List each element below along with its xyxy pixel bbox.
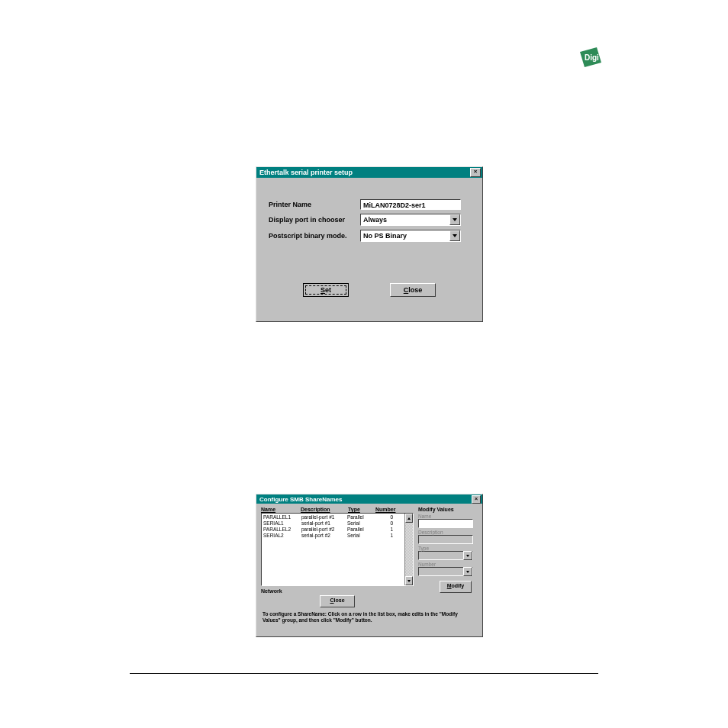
set-button[interactable]: Set <box>303 283 349 297</box>
close-icon[interactable]: × <box>472 495 481 504</box>
postscript-binary-label: Postscript binary mode. <box>269 232 360 240</box>
close-icon[interactable]: × <box>470 168 481 177</box>
scrollbar[interactable] <box>404 514 413 585</box>
svg-marker-2 <box>453 218 457 221</box>
modify-name-label: Name <box>418 514 478 519</box>
svg-marker-3 <box>453 234 457 237</box>
display-port-value: Always <box>363 216 387 224</box>
col-number: Number <box>375 507 397 512</box>
svg-marker-6 <box>466 555 469 557</box>
chevron-down-icon[interactable] <box>449 214 460 225</box>
list-header: Name Description Type Number <box>261 507 414 512</box>
list-item[interactable]: PARALLEL2 parallel-port #2 Parallel 1 <box>263 527 411 533</box>
col-type: Type <box>348 507 375 512</box>
scroll-track[interactable] <box>405 523 413 576</box>
scroll-up-icon[interactable] <box>405 514 413 523</box>
dialog-titlebar: Configure SMB ShareNames × <box>256 494 482 504</box>
dialog-titlebar: Ethertalk serial printer setup × <box>256 167 482 178</box>
sharenames-listbox[interactable]: PARALLEL1 parallel-port #1 Parallel 0 SE… <box>261 513 414 586</box>
list-item[interactable]: PARALLEL1 parallel-port #1 Parallel 0 <box>263 514 411 520</box>
configure-smb-sharenames-dialog: Configure SMB ShareNames × Name Descript… <box>256 494 483 637</box>
close-button[interactable]: Close <box>320 595 355 607</box>
modify-number-label: Number <box>418 562 478 567</box>
svg-marker-4 <box>407 517 411 520</box>
close-button[interactable]: Close <box>390 283 436 297</box>
modify-button[interactable]: Modify <box>440 581 472 593</box>
modify-description-input[interactable] <box>418 535 473 544</box>
postscript-binary-value: No PS Binary <box>363 232 407 240</box>
list-item[interactable]: SERIAL2 serial-port #2 Serial 1 <box>263 533 411 539</box>
svg-marker-7 <box>466 571 469 573</box>
chevron-down-icon[interactable] <box>463 567 472 576</box>
chevron-down-icon[interactable] <box>463 551 472 560</box>
postscript-binary-select[interactable]: No PS Binary <box>360 230 461 242</box>
modify-description-label: Description <box>418 530 478 535</box>
modify-name-input[interactable] <box>418 519 473 528</box>
col-name: Name <box>261 507 301 512</box>
modify-type-label: Type <box>418 546 478 551</box>
dialog-title: Configure SMB ShareNames <box>258 496 342 503</box>
ethertalk-serial-printer-setup-dialog: Ethertalk serial printer setup × Printer… <box>256 166 483 322</box>
modify-number-select[interactable] <box>418 567 473 576</box>
display-port-select[interactable]: Always <box>360 214 461 226</box>
chevron-down-icon[interactable] <box>449 230 460 241</box>
network-label: Network <box>261 588 414 594</box>
svg-text:Digi: Digi <box>585 53 599 62</box>
modify-type-select[interactable] <box>418 551 473 560</box>
col-description: Description <box>301 507 348 512</box>
dialog-title: Ethertalk serial printer setup <box>258 169 353 176</box>
digi-logo: Digi <box>575 46 606 70</box>
modify-values-group: Modify Values <box>418 507 478 512</box>
display-port-label: Display port in chooser <box>269 216 360 224</box>
printer-name-label: Printer Name <box>269 201 360 208</box>
digi-logo-svg: Digi <box>575 46 606 70</box>
svg-marker-5 <box>407 580 411 582</box>
hint-text: To configure a ShareName: Click on a row… <box>256 609 482 628</box>
list-item[interactable]: SERIAL1 serial-port #1 Serial 0 <box>263 520 411 527</box>
footer-divider <box>130 673 598 674</box>
printer-name-input[interactable]: MiLAN0728D2-ser1 <box>360 199 461 210</box>
scroll-down-icon[interactable] <box>405 576 413 585</box>
